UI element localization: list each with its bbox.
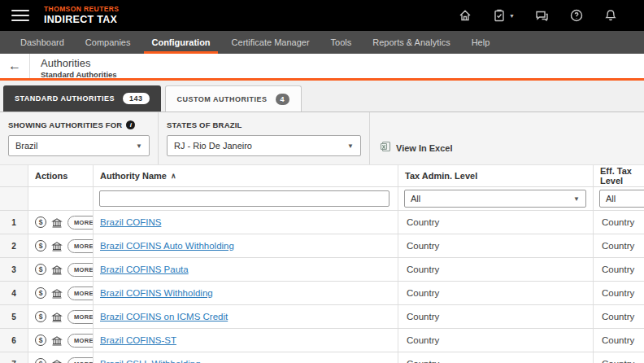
authorities-table: Actions Authority Name ∧ Tax Admin. Leve… (0, 165, 644, 363)
more-button[interactable]: MORE▼ (67, 357, 94, 363)
excel-icon (380, 141, 391, 155)
authority-bank-icon[interactable] (51, 359, 63, 363)
nav-help[interactable]: Help (461, 31, 501, 54)
more-button[interactable]: MORE▼ (67, 286, 94, 300)
country-select[interactable]: Brazil ▼ (8, 135, 150, 156)
page-title: Authorities (41, 57, 117, 70)
authority-link[interactable]: Brazil COFINS (100, 217, 161, 227)
nav-dashboard[interactable]: Dashboard (10, 31, 75, 54)
rates-icon[interactable]: $ (35, 240, 46, 251)
tasks-caret-icon: ▼ (509, 13, 515, 19)
rates-icon[interactable]: $ (35, 358, 46, 363)
table-row: 1 $ MORE▼ Brazil COFINS Country Country (0, 211, 644, 234)
eff-tax-value: Country (594, 234, 644, 257)
tax-admin-value: Country (398, 234, 594, 257)
view-in-excel-button[interactable]: View In Excel (380, 131, 453, 164)
col-tax-admin-level[interactable]: Tax Admin. Level (398, 165, 594, 186)
chevron-down-icon: ▼ (347, 142, 354, 150)
info-icon[interactable]: i (126, 120, 135, 129)
authority-bank-icon[interactable] (51, 288, 63, 299)
sort-asc-icon: ∧ (171, 172, 176, 180)
rates-icon[interactable]: $ (35, 264, 46, 275)
authority-bank-icon[interactable] (51, 335, 63, 346)
brand-logo: THOMSON REUTERS INDIRECT TAX (44, 6, 119, 25)
nav-reports-analytics[interactable]: Reports & Analytics (362, 31, 460, 54)
app-header: THOMSON REUTERS INDIRECT TAX ▼ (0, 0, 644, 31)
tab-custom-count-badge: 4 (276, 94, 290, 105)
authority-name-filter-input[interactable] (99, 190, 389, 207)
col-actions: Actions (28, 165, 94, 186)
more-button[interactable]: MORE▼ (67, 239, 94, 253)
chevron-down-icon: ▼ (136, 142, 142, 150)
col-eff-tax-level[interactable]: Eff. Tax Level (594, 165, 644, 186)
state-select[interactable]: RJ - Rio De Janeiro ▼ (167, 135, 361, 156)
home-icon[interactable] (458, 8, 472, 23)
authority-bank-icon[interactable] (51, 217, 63, 228)
tax-admin-value: Country (398, 305, 594, 328)
eff-tax-filter-select[interactable]: All (599, 190, 644, 208)
more-button[interactable]: MORE▼ (67, 310, 94, 324)
showing-authorities-label: SHOWING AUTHORITIES FOR i (8, 120, 150, 129)
eff-tax-value: Country (594, 282, 644, 304)
table-row: 5 $ MORE▼ Brazil COFINS on ICMS Credit C… (0, 305, 644, 329)
authority-link[interactable]: Brazil COFINS Pauta (100, 265, 189, 274)
rates-icon[interactable]: $ (35, 335, 46, 346)
eff-tax-value: Country (594, 258, 644, 281)
nav-certificate-manager[interactable]: Certificate Manager (221, 31, 320, 54)
eff-tax-value: Country (594, 329, 644, 352)
rates-icon[interactable]: $ (35, 216, 46, 228)
table-filter-row: All ▼ All (0, 187, 644, 211)
back-arrow-icon[interactable]: ← (0, 54, 30, 78)
more-button[interactable]: MORE▼ (67, 334, 94, 348)
eff-tax-value: Country (594, 211, 644, 234)
rates-icon[interactable]: $ (35, 311, 46, 322)
eff-tax-value: Country (594, 352, 644, 363)
authority-link[interactable]: Brazil COFINS Withholding (100, 288, 213, 298)
tab-standard-count-badge: 143 (123, 93, 150, 104)
tax-admin-value: Country (398, 282, 594, 304)
filter-bar: SHOWING AUTHORITIES FOR i Brazil ▼ STATE… (0, 112, 644, 165)
brand-line2: INDIRECT TAX (44, 14, 119, 25)
more-button[interactable]: MORE▼ (67, 216, 94, 230)
main-nav: Dashboard Companies Configuration Certif… (0, 31, 644, 54)
breadcrumb: ← Authorities Standard Authorities (0, 54, 644, 81)
authority-bank-icon[interactable] (51, 312, 63, 322)
nav-tools[interactable]: Tools (320, 31, 363, 54)
col-authority-name[interactable]: Authority Name ∧ (94, 165, 398, 186)
table-header-row: Actions Authority Name ∧ Tax Admin. Leve… (0, 165, 644, 187)
brand-line1: THOMSON REUTERS (44, 6, 119, 14)
table-row: 2 $ MORE▼ Brazil COFINS Auto Withholding… (0, 234, 644, 258)
page-subtitle: Standard Authorities (41, 70, 117, 79)
table-row: 6 $ MORE▼ Brazil COFINS-ST Country Count… (0, 329, 644, 352)
tab-custom-authorities[interactable]: CUSTOM AUTHORITIES 4 (165, 85, 302, 112)
tab-custom-label: CUSTOM AUTHORITIES (177, 95, 268, 103)
authority-link[interactable]: Brazil COFINS on ICMS Credit (100, 312, 228, 321)
more-button[interactable]: MORE▼ (67, 263, 94, 277)
authority-link[interactable]: Brazil CSLL Withholding (100, 359, 201, 363)
rates-icon[interactable]: $ (35, 287, 46, 299)
table-row: 4 $ MORE▼ Brazil COFINS Withholding Coun… (0, 282, 644, 305)
authority-bank-icon[interactable] (51, 265, 63, 275)
tax-admin-value: Country (398, 329, 594, 352)
authority-bank-icon[interactable] (51, 241, 63, 251)
authorities-tabstrip: STANDARD AUTHORITIES 143 CUSTOM AUTHORIT… (0, 81, 644, 112)
tax-admin-value: Country (398, 211, 594, 234)
help-icon[interactable] (569, 8, 584, 23)
rownum-header (0, 165, 28, 186)
tab-standard-label: STANDARD AUTHORITIES (15, 94, 115, 103)
tab-standard-authorities[interactable]: STANDARD AUTHORITIES 143 (3, 85, 161, 112)
table-row: 3 $ MORE▼ Brazil COFINS Pauta Country Co… (0, 258, 644, 282)
chevron-down-icon: ▼ (573, 195, 580, 203)
authority-link[interactable]: Brazil COFINS-ST (100, 335, 176, 345)
notifications-icon[interactable] (603, 8, 618, 23)
nav-companies[interactable]: Companies (75, 31, 141, 54)
eff-tax-value: Country (594, 305, 644, 328)
tax-admin-filter-select[interactable]: All ▼ (404, 190, 586, 208)
messages-icon[interactable] (534, 8, 550, 23)
tax-admin-value: Country (398, 258, 594, 281)
tasks-icon[interactable]: ▼ (492, 8, 515, 23)
menu-icon[interactable] (11, 10, 29, 21)
states-of-brazil-label: STATES OF BRAZIL (167, 120, 361, 129)
authority-link[interactable]: Brazil COFINS Auto Withholding (100, 241, 234, 251)
nav-configuration[interactable]: Configuration (141, 31, 220, 54)
